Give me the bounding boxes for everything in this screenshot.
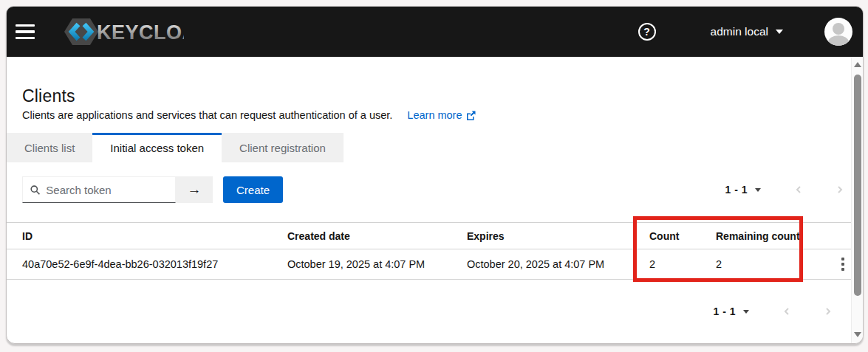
search-box bbox=[22, 176, 176, 203]
page-content: Clients Clients are applications and ser… bbox=[7, 57, 863, 317]
help-icon[interactable]: ? bbox=[638, 23, 656, 41]
triangle-up-icon bbox=[854, 62, 861, 67]
external-link-icon bbox=[466, 111, 476, 120]
chevron-left-icon bbox=[795, 186, 802, 193]
avatar-person-icon bbox=[833, 23, 844, 35]
column-header-created: Created date bbox=[287, 230, 467, 242]
avatar[interactable] bbox=[824, 18, 852, 46]
keycloak-logo-graphic: KEYCLOAK bbox=[58, 15, 184, 49]
pagination-next-button[interactable] bbox=[836, 184, 844, 196]
tab-clients-list[interactable]: Clients list bbox=[7, 133, 92, 162]
pagination-menu-toggle[interactable]: 1 - 1 bbox=[725, 184, 761, 196]
pagination-prev-button[interactable] bbox=[795, 184, 802, 196]
bottom-pagination-menu-toggle[interactable]: 1 - 1 bbox=[713, 306, 749, 317]
user-menu-dropdown[interactable]: admin local bbox=[711, 25, 783, 38]
toolbar: → Create 1 - 1 bbox=[22, 176, 863, 203]
column-header-expires: Expires bbox=[467, 230, 649, 242]
arrow-right-icon: → bbox=[188, 182, 202, 198]
bottom-pagination-next-button[interactable] bbox=[824, 306, 832, 317]
cell-count: 2 bbox=[649, 258, 716, 270]
learn-more-label: Learn more bbox=[407, 109, 462, 121]
tab-initial-access-token[interactable]: Initial access token bbox=[92, 133, 222, 162]
search-input[interactable] bbox=[46, 184, 169, 196]
scrollbar[interactable] bbox=[851, 57, 863, 343]
table-row: 40a70e52-6e9f-4dea-bb26-032013f19f27 Oct… bbox=[7, 249, 853, 280]
keycloak-logo: KEYCLOAK bbox=[58, 15, 184, 49]
chevron-right-icon bbox=[836, 186, 844, 193]
user-menu-label: admin local bbox=[711, 25, 768, 38]
chevron-down-icon bbox=[776, 30, 783, 34]
search-icon bbox=[30, 184, 40, 196]
create-button[interactable]: Create bbox=[223, 176, 283, 203]
bottom-pagination: 1 - 1 bbox=[7, 306, 832, 317]
triangle-down-icon bbox=[854, 332, 861, 337]
cell-created: October 19, 2025 at 4:07 PM bbox=[287, 258, 467, 270]
pagination-caret-icon bbox=[743, 310, 749, 314]
column-header-count: Count bbox=[649, 230, 716, 242]
search-group: → bbox=[22, 176, 213, 203]
scrollbar-up-arrow[interactable] bbox=[852, 58, 863, 70]
avatar-person-body bbox=[828, 35, 849, 46]
scrollbar-thumb[interactable] bbox=[854, 75, 861, 296]
page-title: Clients bbox=[22, 86, 863, 106]
masthead: KEYCLOAK ? admin local bbox=[7, 7, 863, 57]
page-header: Clients Clients are applications and ser… bbox=[7, 57, 863, 121]
cell-id: 40a70e52-6e9f-4dea-bb26-032013f19f27 bbox=[22, 258, 287, 270]
scrollbar-down-arrow[interactable] bbox=[852, 328, 863, 340]
top-pagination: 1 - 1 bbox=[725, 184, 844, 196]
tokens-table: ID Created date Expires Count Remaining … bbox=[7, 222, 853, 280]
table-header-row: ID Created date Expires Count Remaining … bbox=[7, 223, 853, 249]
tab-client-registration[interactable]: Client registration bbox=[222, 133, 344, 162]
page-subtitle: Clients are applications and services th… bbox=[22, 109, 392, 121]
learn-more-link[interactable]: Learn more bbox=[407, 109, 475, 121]
kebab-menu-icon[interactable] bbox=[835, 255, 850, 274]
hamburger-menu-icon[interactable] bbox=[16, 17, 45, 46]
column-header-remaining: Remaining count bbox=[716, 230, 834, 242]
svg-text:KEYCLOAK: KEYCLOAK bbox=[97, 21, 184, 44]
chevron-left-icon bbox=[783, 308, 790, 315]
cell-expires: October 20, 2025 at 4:07 PM bbox=[467, 258, 649, 270]
tab-bar: Clients list Initial access token Client… bbox=[7, 133, 863, 162]
bottom-pagination-prev-button[interactable] bbox=[783, 306, 790, 317]
chevron-right-icon bbox=[824, 308, 832, 315]
column-header-id: ID bbox=[22, 230, 287, 242]
pagination-range: 1 - 1 bbox=[725, 184, 748, 196]
bottom-pagination-range: 1 - 1 bbox=[713, 306, 736, 317]
pagination-caret-icon bbox=[755, 188, 761, 192]
app-window: KEYCLOAK ? admin local Clients Clients a… bbox=[6, 6, 864, 344]
search-submit-button[interactable]: → bbox=[176, 176, 213, 203]
cell-remaining: 2 bbox=[716, 258, 834, 270]
